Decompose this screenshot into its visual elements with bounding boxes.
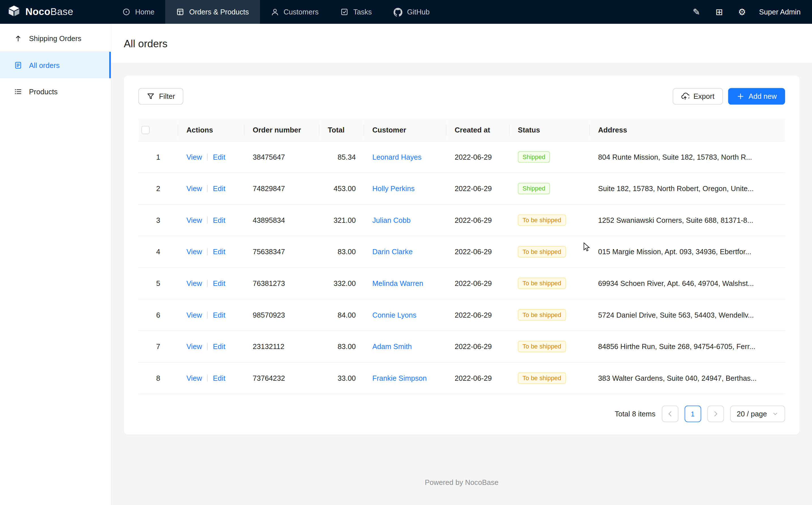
top-navbar: NocoBase HomeOrders & ProductsCustomersT… <box>0 0 812 24</box>
card-toolbar: Filter Export Add new <box>139 88 785 105</box>
customer-link[interactable]: Melinda Warren <box>372 280 423 288</box>
address-cell: 804 Runte Mission, Suite 182, 15783, Nor… <box>590 141 785 173</box>
total-cell: 84.00 <box>319 299 364 331</box>
sidebar-item-all-orders[interactable]: All orders <box>0 52 111 78</box>
view-link[interactable]: View <box>187 248 202 256</box>
view-link[interactable]: View <box>187 374 202 382</box>
view-link[interactable]: View <box>187 280 202 288</box>
row-index: 6 <box>156 311 160 319</box>
nav-item-label: Home <box>135 8 155 16</box>
order-number-cell: 75638347 <box>244 236 319 268</box>
app-window: NocoBase HomeOrders & ProductsCustomersT… <box>0 0 812 505</box>
customer-link[interactable]: Connie Lyons <box>372 311 417 319</box>
chevron-down-icon <box>772 411 778 417</box>
brand[interactable]: NocoBase <box>0 0 111 24</box>
customer-link[interactable]: Frankie Simpson <box>372 374 427 382</box>
edit-link[interactable]: Edit <box>213 374 225 382</box>
brand-name-bold: Noco <box>25 6 50 17</box>
pagination-prev-button[interactable] <box>661 406 678 423</box>
action-divider <box>207 280 208 287</box>
customer-link[interactable]: Holly Perkins <box>372 185 415 193</box>
row-index: 7 <box>156 343 160 351</box>
topnav-actions: ✎⊞⚙ <box>689 4 750 20</box>
export-button[interactable]: Export <box>673 88 723 105</box>
nav-item-tasks[interactable]: Tasks <box>329 0 382 24</box>
edit-link[interactable]: Edit <box>213 280 225 288</box>
highlighter-icon: ✎ <box>693 8 700 16</box>
edit-link[interactable]: Edit <box>213 343 225 351</box>
address-cell: 69934 Schoen River, Apt. 646, 49704, Wal… <box>590 268 785 300</box>
edit-link[interactable]: Edit <box>213 216 225 224</box>
filter-icon <box>147 92 155 101</box>
gear-button[interactable]: ⚙ <box>734 4 750 20</box>
add-new-button[interactable]: Add new <box>728 88 785 105</box>
sidebar-item-products[interactable]: Products <box>0 78 111 105</box>
filter-button[interactable]: Filter <box>139 88 183 105</box>
gear-icon: ⚙ <box>738 8 746 16</box>
nav-item-label: GitHub <box>407 8 430 16</box>
orders-table-body: 1 ViewEdit 38475647 85.34 Leonard Hayes … <box>139 141 785 394</box>
nav-item-label: Customers <box>283 8 319 16</box>
powered-by-text: Powered by NocoBase <box>111 478 812 486</box>
chevron-right-icon <box>711 410 720 418</box>
nav-item-github[interactable]: GitHub <box>383 0 441 24</box>
sidebar-item-shipping-orders[interactable]: Shipping Orders <box>0 25 111 51</box>
order-number-cell: 74829847 <box>244 173 319 205</box>
customer-link[interactable]: Julian Cobb <box>372 216 411 224</box>
nav-item-customers[interactable]: Customers <box>260 0 330 24</box>
form-icon <box>14 61 23 69</box>
edit-link[interactable]: Edit <box>213 248 225 256</box>
home-icon <box>122 8 130 16</box>
table-row: 2 ViewEdit 74829847 453.00 Holly Perkins… <box>139 173 785 205</box>
view-link[interactable]: View <box>187 311 202 319</box>
pagination-page-button[interactable]: 1 <box>685 406 701 423</box>
pagination-next-button[interactable] <box>707 406 724 423</box>
column-header-status: Status <box>510 119 590 141</box>
address-cell: 383 Walter Gardens, Suite 040, 24947, Be… <box>590 362 785 394</box>
view-link[interactable]: View <box>187 343 202 351</box>
column-header-order-number: Order number <box>244 119 319 141</box>
customer-link[interactable]: Darin Clarke <box>372 248 413 256</box>
edit-link[interactable]: Edit <box>213 153 225 161</box>
row-index: 4 <box>156 248 160 256</box>
status-badge: To be shipped <box>518 309 566 321</box>
nav-item-orders-products[interactable]: Orders & Products <box>166 0 260 24</box>
nocobase-logo-icon <box>7 4 21 20</box>
sidebar-item-label: Products <box>29 87 58 96</box>
total-cell: 321.00 <box>319 204 364 236</box>
status-badge: To be shipped <box>518 341 566 352</box>
table-row: 8 ViewEdit 73764232 33.00 Frankie Simpso… <box>139 362 785 394</box>
order-number-cell: 23132112 <box>244 331 319 363</box>
select-all-checkbox[interactable] <box>142 126 150 134</box>
blocks-button[interactable]: ⊞ <box>712 4 727 20</box>
page-size-select[interactable]: 20 / page <box>730 406 785 423</box>
edit-link[interactable]: Edit <box>213 185 225 193</box>
customer-link[interactable]: Adam Smith <box>372 343 412 351</box>
main-content: All orders Filter Export <box>111 24 812 505</box>
view-link[interactable]: View <box>187 216 202 224</box>
customer-link[interactable]: Leonard Hayes <box>372 153 422 161</box>
view-link[interactable]: View <box>187 185 202 193</box>
total-cell: 33.00 <box>319 362 364 394</box>
view-link[interactable]: View <box>187 153 202 161</box>
created-at-cell: 2022-06-29 <box>447 331 510 363</box>
column-header-address: Address <box>590 119 785 141</box>
highlighter-button[interactable]: ✎ <box>689 4 704 20</box>
created-at-cell: 2022-06-29 <box>447 299 510 331</box>
address-cell: 1252 Swaniawski Corners, Suite 688, 8137… <box>590 204 785 236</box>
column-header-created-at: Created at <box>447 119 510 141</box>
export-icon <box>681 92 689 101</box>
table-row: 3 ViewEdit 43895834 321.00 Julian Cobb 2… <box>139 204 785 236</box>
orders-card: Filter Export Add new <box>123 75 800 435</box>
total-cell: 83.00 <box>319 331 364 363</box>
table-header-row: Actions Order number Total Customer Crea… <box>139 119 785 141</box>
order-number-cell: 38475647 <box>244 141 319 173</box>
user-menu[interactable]: Super Admin <box>759 8 801 16</box>
created-at-cell: 2022-06-29 <box>447 236 510 268</box>
edit-link[interactable]: Edit <box>213 311 225 319</box>
nav-item-home[interactable]: Home <box>111 0 166 24</box>
column-header-customer: Customer <box>364 119 447 141</box>
created-at-cell: 2022-06-29 <box>447 362 510 394</box>
row-index: 1 <box>156 153 160 161</box>
order-number-cell: 43895834 <box>244 204 319 236</box>
